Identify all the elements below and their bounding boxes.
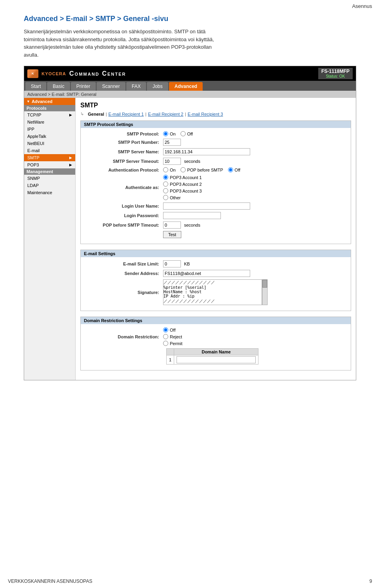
pop-timeout-control: seconds [163, 221, 348, 229]
auth-pop3-3-radio[interactable] [163, 188, 168, 193]
authenticate-label: Authenticate as: [84, 185, 163, 190]
sidebar: Advanced Protocols TCP/IP ▶ NetWare IPP … [24, 98, 76, 380]
email-size-input[interactable] [163, 260, 181, 267]
tab-fax[interactable]: FAX [126, 82, 146, 91]
login-pass-input[interactable] [163, 212, 221, 219]
sender-addr-input[interactable] [163, 270, 250, 277]
sidebar-item-smtp[interactable]: SMTP ▶ [24, 154, 75, 161]
smtp-protocol-off-label[interactable]: Off [180, 131, 193, 136]
intro-line2: toimintoa tukeva sisäänrakennettu protok… [24, 36, 214, 42]
intro-line1: Skannerijärjestelmän verkkokomponetissa … [24, 29, 205, 34]
signature-textarea[interactable]: ／／／／／／／／／／／／／ %printer [%serial] HostNam… [163, 279, 262, 305]
domain-section: Domain Restriction Settings Domain Restr… [80, 317, 351, 370]
sidebar-item-email[interactable]: E-mail [24, 147, 75, 154]
email-settings-body: E-mail Size Limit: KB Sender Address: [81, 257, 351, 311]
sidebar-protocols-label: Protocols [24, 105, 75, 111]
tab-basic[interactable]: Basic [47, 82, 70, 91]
domain-radio-stack: Off Reject Permit [163, 327, 182, 346]
login-user-input[interactable] [163, 202, 250, 210]
sidebar-advanced-header: Advanced [24, 98, 75, 105]
auth-pop-radio[interactable] [180, 167, 186, 172]
smtp-server-label: SMTP Server Name: [84, 149, 163, 154]
sidebar-item-maintenance[interactable]: Maintenance [24, 189, 75, 196]
subtab-recipient3[interactable]: E-mail Recipient 3 [188, 112, 223, 116]
authenticate-radio-stack: POP3 Account 1 POP3 Account 2 POP3 Accou… [163, 175, 202, 200]
domain-permit-radio[interactable] [163, 341, 168, 346]
auth-on-radio[interactable] [163, 167, 168, 172]
domain-reject-radio[interactable] [163, 334, 168, 339]
subtab-recipient2[interactable]: E-mail Recipient 2 [148, 112, 183, 116]
auth-off-label[interactable]: Off [228, 167, 240, 172]
auth-pop3-1-radio[interactable] [163, 175, 168, 180]
email-size-label: E-mail Size Limit: [84, 262, 163, 266]
domain-off-label[interactable]: Off [163, 327, 182, 332]
test-btn-row: Test [81, 231, 351, 238]
email-size-control: KB [163, 260, 348, 267]
auth-other-radio[interactable] [163, 195, 168, 200]
smtp-protocol-body: SMTP Protocol: On Off [81, 128, 351, 244]
smtp-server-input[interactable] [163, 148, 250, 155]
auth-pop3-2-label[interactable]: POP3 Account 2 [163, 181, 202, 187]
main-panel: SMTP ↳ General | E-mail Recipient 1 | E-… [76, 98, 356, 380]
sidebar-item-snmp[interactable]: SNMP [24, 175, 75, 182]
smtp-timeout-row: SMTP Server Timeout: seconds [81, 158, 351, 165]
smtp-timeout-label: SMTP Server Timeout: [84, 159, 163, 164]
auth-other-label[interactable]: Other [163, 195, 202, 200]
email-size-unit: KB [184, 262, 190, 266]
auth-pop3-1-label[interactable]: POP3 Account 1 [163, 175, 202, 180]
sidebar-item-ldap[interactable]: LDAP [24, 182, 75, 189]
smtp-protocol-header: SMTP Protocol Settings [81, 121, 351, 128]
domain-restriction-label: Domain Restriction: [84, 334, 163, 339]
domain-reject-label[interactable]: Reject [163, 334, 182, 339]
domain-row-1-input[interactable] [177, 356, 256, 363]
auth-on-label[interactable]: On [163, 167, 176, 172]
domain-row-1-cell [174, 355, 258, 365]
auth-pop3-2-radio[interactable] [163, 181, 168, 187]
sidebar-item-ipp[interactable]: IPP [24, 126, 75, 133]
pop-timeout-unit: seconds [184, 223, 200, 227]
smtp-port-input[interactable] [163, 139, 181, 146]
smtp-server-control [163, 148, 348, 155]
test-button[interactable]: Test [163, 231, 181, 238]
login-pass-control [163, 212, 348, 219]
sidebar-item-netbeui[interactable]: NetBEUI [24, 140, 75, 147]
domain-off-radio[interactable] [163, 327, 168, 332]
device-name: FS-1118MFP [321, 69, 350, 74]
auth-pop-label[interactable]: POP before SMTP [180, 167, 223, 172]
domain-table-control: Domain Name 1 [163, 348, 348, 365]
subtab-recipient1[interactable]: E-mail Recipient 1 [108, 112, 144, 116]
sidebar-item-appletalk[interactable]: AppleTalk [24, 133, 75, 140]
page-header: Asennus [0, 0, 380, 11]
test-btn-control: Test [163, 231, 348, 238]
auth-protocol-control: On POP before SMTP Off [163, 167, 348, 172]
sidebar-item-netware[interactable]: NetWare [24, 118, 75, 126]
smtp-protocol-on-radio[interactable] [163, 131, 168, 136]
auth-off-radio[interactable] [228, 167, 233, 172]
tab-advanced[interactable]: Advanced [169, 82, 203, 91]
signature-row: Signature: ／／／／／／／／／／／／／ %printer [%seri… [81, 279, 351, 305]
email-settings-header: E-mail Settings [81, 250, 351, 257]
kyocera-header: K KYOCERA Command Center FS-1118MFP Stat… [24, 66, 356, 81]
signature-label: Signature: [84, 290, 163, 295]
auth-pop3-3-label[interactable]: POP3 Account 3 [163, 188, 202, 193]
pop-timeout-input[interactable] [163, 221, 181, 229]
smtp-timeout-input[interactable] [163, 158, 181, 165]
section-title: SMTP [80, 102, 351, 109]
domain-section-header: Domain Restriction Settings [81, 317, 351, 324]
domain-permit-label[interactable]: Permit [163, 341, 182, 346]
tab-printer[interactable]: Printer [71, 82, 96, 91]
smtp-server-row: SMTP Server Name: [81, 148, 351, 155]
sidebar-item-tcpip[interactable]: TCP/IP ▶ [24, 111, 75, 118]
tab-scanner[interactable]: Scanner [97, 82, 125, 91]
tab-jobs[interactable]: Jobs [147, 82, 168, 91]
subtab-general[interactable]: General [88, 112, 104, 116]
sidebar-item-pop3[interactable]: POP3 ▶ [24, 161, 75, 168]
sender-addr-row: Sender Address: [81, 270, 351, 277]
smtp-protocol-on-label[interactable]: On [163, 131, 176, 136]
pop3-arrow-icon: ▶ [69, 163, 72, 167]
signature-scrollbar[interactable] [262, 279, 268, 305]
smtp-protocol-off-radio[interactable] [180, 131, 186, 136]
domain-row-1-num: 1 [167, 355, 174, 365]
tab-start[interactable]: Start [25, 82, 46, 91]
auth-protocol-label: Authentication Protocol: [84, 168, 163, 172]
